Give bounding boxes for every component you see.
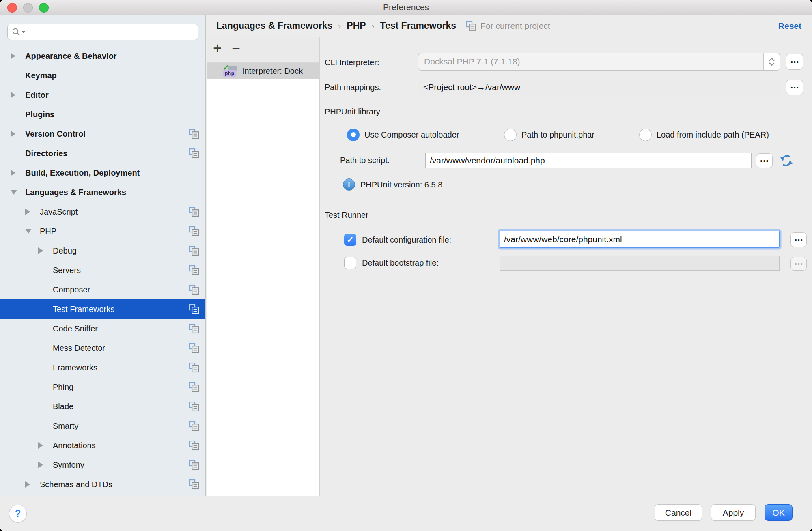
add-interpreter-button[interactable]: + bbox=[213, 37, 222, 62]
sidebar-item-plugins[interactable]: Plugins bbox=[0, 105, 205, 124]
reset-link[interactable]: Reset bbox=[778, 21, 801, 31]
sidebar-item-label: Phing bbox=[53, 383, 73, 392]
sidebar-item-schemas-and-dtds[interactable]: Schemas and DTDs bbox=[0, 475, 205, 494]
sidebar-item-build-execution-deployment[interactable]: Build, Execution, Deployment bbox=[0, 163, 205, 183]
sidebar-item-label: Plugins bbox=[25, 110, 54, 119]
radio-button[interactable] bbox=[639, 129, 652, 141]
reload-phpunit-button[interactable] bbox=[778, 153, 795, 169]
radio-use-composer-autoloader[interactable]: Use Composer autoloader bbox=[347, 128, 459, 141]
sidebar-item-label: JavaScript bbox=[40, 207, 78, 217]
cancel-button[interactable]: Cancel bbox=[655, 504, 702, 521]
chevron-right-icon[interactable] bbox=[25, 209, 40, 215]
radio-button[interactable] bbox=[347, 129, 360, 141]
sidebar-item-keymap[interactable]: Keymap bbox=[0, 66, 205, 85]
chevron-right-icon[interactable] bbox=[25, 481, 40, 488]
search-options-caret-icon[interactable] bbox=[22, 31, 26, 33]
default-configuration-file-input[interactable] bbox=[500, 231, 780, 248]
cli-interpreter-select[interactable]: Docksal PHP 7.1 (7.1.18) bbox=[418, 53, 780, 71]
sidebar-item-appearance-behavior[interactable]: Appearance & Behavior bbox=[0, 46, 205, 66]
per-project-icon bbox=[189, 265, 199, 275]
close-button[interactable] bbox=[7, 3, 17, 13]
sidebar-item-label: Languages & Frameworks bbox=[25, 188, 126, 197]
cli-interpreter-value: Docksal PHP 7.1 (7.1.18) bbox=[418, 53, 763, 70]
breadcrumb-test-frameworks: Test Frameworks bbox=[380, 20, 456, 31]
per-project-icon bbox=[189, 362, 199, 373]
sidebar-item-label: PHP bbox=[40, 227, 56, 236]
per-project-icon bbox=[189, 460, 199, 470]
path-to-script-input[interactable] bbox=[425, 153, 752, 168]
remove-interpreter-button[interactable]: − bbox=[232, 37, 240, 62]
sidebar-item-version-control[interactable]: Version Control bbox=[0, 124, 205, 144]
radio-button[interactable] bbox=[504, 129, 517, 141]
sidebar-item-annotations[interactable]: Annotations bbox=[0, 436, 205, 455]
per-project-icon bbox=[189, 284, 199, 295]
path-mappings-browse-button[interactable]: ... bbox=[786, 80, 803, 95]
chevron-down-icon[interactable] bbox=[25, 229, 40, 234]
radio-path-to-phpunit-phar[interactable]: Path to phpunit.phar bbox=[504, 128, 594, 141]
default-configuration-file-browse-button[interactable]: ... bbox=[790, 232, 807, 247]
zoom-button[interactable] bbox=[39, 3, 49, 13]
dialog-footer: ? Cancel Apply OK bbox=[0, 496, 812, 531]
sidebar-item-symfony[interactable]: Symfony bbox=[0, 455, 205, 475]
sidebar-item-directories[interactable]: Directories bbox=[0, 144, 205, 163]
per-project-icon bbox=[189, 206, 199, 217]
chevron-right-icon[interactable] bbox=[38, 462, 53, 468]
stepper-control[interactable] bbox=[763, 53, 780, 70]
default-configuration-file-checkbox[interactable]: ✓ bbox=[344, 234, 356, 246]
path-to-script-browse-button[interactable]: ... bbox=[756, 153, 773, 168]
sidebar-item-servers[interactable]: Servers bbox=[0, 260, 205, 280]
breadcrumb-languages-frameworks[interactable]: Languages & Frameworks bbox=[216, 20, 332, 31]
breadcrumb-separator: › bbox=[338, 21, 341, 31]
per-project-icon bbox=[189, 148, 199, 159]
interpreters-panel: + − ✓ php Interpreter: Dock bbox=[207, 37, 320, 496]
sidebar-item-javascript[interactable]: JavaScript bbox=[0, 202, 205, 221]
test-frameworks-settings: CLI Interpreter: Docksal PHP 7.1 (7.1.18… bbox=[321, 37, 812, 496]
interpreters-toolbar: + − bbox=[207, 37, 319, 63]
per-project-icon bbox=[189, 245, 199, 256]
sidebar-item-languages-frameworks[interactable]: Languages & Frameworks bbox=[0, 183, 205, 202]
sidebar-item-code-sniffer[interactable]: Code Sniffer bbox=[0, 319, 205, 338]
default-bootstrap-file-checkbox[interactable] bbox=[344, 257, 356, 269]
chevron-right-icon[interactable] bbox=[11, 170, 25, 176]
phpunit-library-section: PHPUnit library bbox=[325, 105, 811, 118]
info-icon: i bbox=[343, 178, 355, 191]
sidebar-item-mess-detector[interactable]: Mess Detector bbox=[0, 338, 205, 358]
chevron-right-icon[interactable] bbox=[38, 247, 53, 254]
radio-label: Path to phpunit.phar bbox=[521, 130, 594, 140]
path-mappings-field[interactable]: <Project root>→/var/www bbox=[418, 80, 781, 95]
phpunit-version-row: i PHPUnit version: 6.5.8 bbox=[343, 178, 442, 191]
path-to-script-label: Path to script: bbox=[340, 153, 390, 168]
settings-search-field[interactable] bbox=[7, 24, 198, 40]
apply-button[interactable]: Apply bbox=[711, 504, 756, 521]
sidebar-item-label: Appearance & Behavior bbox=[25, 52, 117, 61]
sidebar-item-label: Debug bbox=[53, 246, 77, 256]
chevron-down-icon[interactable] bbox=[11, 190, 25, 195]
sidebar-item-php[interactable]: PHP bbox=[0, 221, 205, 241]
window-title: Preferences bbox=[383, 2, 429, 12]
preferences-window: Preferences Appearance & BehaviorKeymapE… bbox=[0, 0, 812, 531]
help-button[interactable]: ? bbox=[9, 505, 27, 522]
chevron-right-icon[interactable] bbox=[38, 442, 53, 449]
search-input[interactable] bbox=[28, 27, 198, 37]
ok-button[interactable]: OK bbox=[765, 504, 793, 521]
radio-load-from-include-path-pear[interactable]: Load from include path (PEAR) bbox=[639, 128, 769, 141]
phpunit-version-text: PHPUnit version: 6.5.8 bbox=[360, 180, 442, 189]
sidebar-item-test-frameworks[interactable]: Test Frameworks bbox=[0, 299, 205, 319]
sidebar-item-phing[interactable]: Phing bbox=[0, 377, 205, 397]
sidebar-item-blade[interactable]: Blade bbox=[0, 397, 205, 416]
sidebar-item-debug[interactable]: Debug bbox=[0, 241, 205, 260]
title-bar: Preferences bbox=[0, 0, 812, 15]
breadcrumb-php[interactable]: PHP bbox=[347, 20, 366, 31]
chevron-down-icon bbox=[769, 62, 775, 66]
sidebar-item-smarty[interactable]: Smarty bbox=[0, 416, 205, 436]
interpreter-list-item[interactable]: ✓ php Interpreter: Dock bbox=[207, 63, 319, 79]
cli-interpreter-browse-button[interactable]: ... bbox=[786, 54, 803, 70]
chevron-right-icon[interactable] bbox=[11, 92, 25, 98]
sidebar-item-composer[interactable]: Composer bbox=[0, 280, 205, 299]
sidebar-item-editor[interactable]: Editor bbox=[0, 85, 205, 105]
chevron-right-icon[interactable] bbox=[11, 131, 25, 137]
php-badge: php bbox=[223, 70, 236, 77]
sidebar-item-frameworks[interactable]: Frameworks bbox=[0, 358, 205, 377]
chevron-right-icon[interactable] bbox=[11, 53, 25, 59]
test-runner-section: Test Runner bbox=[325, 209, 811, 221]
